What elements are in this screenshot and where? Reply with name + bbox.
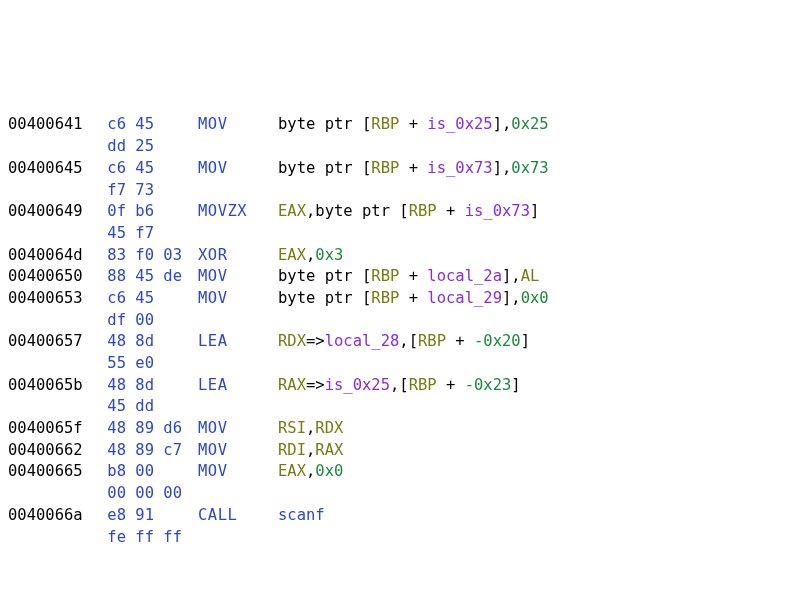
register: RAX (278, 376, 306, 394)
number: 0x25 (511, 115, 548, 133)
disasm-row[interactable]: 45 f7 (8, 223, 794, 245)
mnemonic: MOV (198, 461, 278, 483)
hex-bytes: 48 89 c7 (98, 440, 198, 462)
hex-bytes: fe ff ff (98, 527, 198, 549)
hex-bytes: 48 8d (98, 375, 198, 397)
address (8, 353, 98, 375)
disassembly-listing: 00400641 c6 45MOVbyte ptr [RBP + is_0x25… (0, 108, 802, 554)
hex-bytes: e8 91 (98, 505, 198, 527)
disasm-row[interactable]: 0040065b 48 8dLEARAX=>is_0x25,[RBP + -0x… (8, 375, 794, 397)
mnemonic: MOVZX (198, 201, 278, 223)
op-text: ], (502, 289, 521, 307)
register: EAX (278, 462, 306, 480)
register: RBP (371, 115, 399, 133)
operands: RAX=>is_0x25,[RBP + -0x23] (278, 375, 794, 397)
operands (278, 396, 794, 418)
operands (278, 483, 794, 505)
number: 0x0 (315, 462, 343, 480)
mnemonic: LEA (198, 375, 278, 397)
op-text: + (399, 115, 427, 133)
op-text: ,[ (399, 332, 418, 350)
op-text: byte ptr [ (278, 159, 371, 177)
mnemonic (198, 223, 278, 245)
variable: is_0x73 (465, 202, 530, 220)
number: 0x0 (521, 289, 549, 307)
mnemonic: MOV (198, 288, 278, 310)
disasm-row[interactable]: f7 73 (8, 180, 794, 202)
disasm-row[interactable]: 00400662 48 89 c7MOVRDI,RAX (8, 440, 794, 462)
disasm-row[interactable]: 00400649 0f b6MOVZXEAX,byte ptr [RBP + i… (8, 201, 794, 223)
disasm-row[interactable]: 0040066a e8 91CALLscanf (8, 505, 794, 527)
disasm-row[interactable]: 0040065f 48 89 d6MOVRSI,RDX (8, 418, 794, 440)
address (8, 310, 98, 332)
operands: EAX,byte ptr [RBP + is_0x73] (278, 201, 794, 223)
disasm-row[interactable]: 00400657 48 8dLEARDX=>local_28,[RBP + -0… (8, 331, 794, 353)
variable: local_2a (427, 267, 502, 285)
op-text: => (306, 376, 325, 394)
address: 0040065b (8, 375, 98, 397)
disasm-row[interactable]: 00400653 c6 45MOVbyte ptr [RBP + local_2… (8, 288, 794, 310)
register: RBP (409, 376, 437, 394)
op-text: ] (521, 332, 530, 350)
variable: local_28 (325, 332, 400, 350)
hex-bytes: 0f b6 (98, 201, 198, 223)
disasm-row[interactable]: dd 25 (8, 136, 794, 158)
disasm-row[interactable]: 0040064d 83 f0 03XOREAX,0x3 (8, 245, 794, 267)
hex-bytes: 88 45 de (98, 266, 198, 288)
operands (278, 527, 794, 549)
hex-bytes: 55 e0 (98, 353, 198, 375)
operands (278, 310, 794, 332)
mnemonic: MOV (198, 418, 278, 440)
address: 00400641 (8, 114, 98, 136)
address: 00400657 (8, 331, 98, 353)
hex-bytes: 48 8d (98, 331, 198, 353)
op-text: , (306, 246, 315, 264)
number: 0x3 (315, 246, 343, 264)
disasm-row[interactable]: 00400665 b8 00MOVEAX,0x0 (8, 461, 794, 483)
register: RSI (278, 419, 306, 437)
op-text: ,byte ptr [ (306, 202, 409, 220)
address (8, 396, 98, 418)
hex-bytes: f7 73 (98, 180, 198, 202)
address (8, 180, 98, 202)
hex-bytes: 45 dd (98, 396, 198, 418)
operands: RDX=>local_28,[RBP + -0x20] (278, 331, 794, 353)
op-text: + (437, 202, 465, 220)
variable: is_0x25 (427, 115, 492, 133)
hex-bytes: 83 f0 03 (98, 245, 198, 267)
mnemonic (198, 180, 278, 202)
mnemonic: LEA (198, 331, 278, 353)
disasm-row[interactable]: 00 00 00 (8, 483, 794, 505)
operands (278, 136, 794, 158)
function-name: scanf (278, 506, 325, 524)
disasm-row[interactable]: 00400650 88 45 deMOVbyte ptr [RBP + loca… (8, 266, 794, 288)
mnemonic: MOV (198, 266, 278, 288)
operands: RDI,RAX (278, 440, 794, 462)
hex-bytes: 00 00 00 (98, 483, 198, 505)
mnemonic: XOR (198, 245, 278, 267)
address: 00400650 (8, 266, 98, 288)
register: RBP (409, 202, 437, 220)
disasm-row[interactable]: fe ff ff (8, 527, 794, 549)
hex-bytes: df 00 (98, 310, 198, 332)
variable: is_0x25 (325, 376, 390, 394)
mnemonic: MOV (198, 158, 278, 180)
operands (278, 223, 794, 245)
address: 00400645 (8, 158, 98, 180)
op-text: ] (530, 202, 539, 220)
mnemonic (198, 310, 278, 332)
hex-bytes: b8 00 (98, 461, 198, 483)
operands: scanf (278, 505, 794, 527)
address: 00400662 (8, 440, 98, 462)
mnemonic: MOV (198, 440, 278, 462)
address: 0040066a (8, 505, 98, 527)
disasm-row[interactable]: 00400641 c6 45MOVbyte ptr [RBP + is_0x25… (8, 114, 794, 136)
address: 00400653 (8, 288, 98, 310)
disasm-row[interactable]: 55 e0 (8, 353, 794, 375)
disasm-row[interactable]: 00400645 c6 45MOVbyte ptr [RBP + is_0x73… (8, 158, 794, 180)
disasm-row[interactable]: df 00 (8, 310, 794, 332)
disasm-row[interactable]: 45 dd (8, 396, 794, 418)
register: RBP (371, 159, 399, 177)
mnemonic: MOV (198, 114, 278, 136)
op-text: + (399, 159, 427, 177)
